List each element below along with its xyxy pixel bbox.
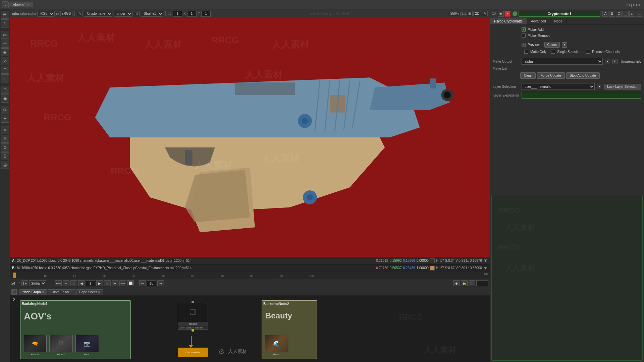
read-extra-node[interactable]: 📷 Read [75, 335, 99, 356]
paint-btn[interactable]: ✎ [482, 11, 488, 16]
colors-dropdown[interactable]: ▼ [562, 42, 567, 48]
play-range-end[interactable]: 100 [476, 280, 488, 286]
matte-output-btn2[interactable]: ▼ [612, 59, 618, 64]
keyer-expr-input[interactable] [522, 92, 641, 99]
props-icon-circle[interactable]: ◉ [498, 11, 504, 17]
transform-tool[interactable]: ⊞ [1, 86, 9, 94]
cursor-tool[interactable]: ↖ [1, 19, 9, 27]
clear-button[interactable]: Clear [520, 72, 536, 79]
tc-play-fwd[interactable]: ▶ [96, 280, 103, 286]
status-b-swatch [430, 266, 435, 270]
tab-node-graph-close[interactable]: × [42, 290, 44, 294]
brush-tool[interactable]: ⊘ [1, 143, 9, 152]
paint-tool[interactable]: ✏ [1, 40, 9, 48]
tc-step-fwd[interactable]: ▷ [104, 280, 111, 286]
read6-node[interactable]: 🔫 Read6 [23, 335, 47, 356]
node-b-select[interactable]: Shuffle1 [141, 11, 163, 17]
stop-auto-update-button[interactable]: Stop Auto Update [566, 72, 600, 79]
tab-curve-editor[interactable]: Curve Editor × [48, 289, 75, 295]
lock-layer-button[interactable]: Lock Layer Selection [604, 84, 641, 89]
shapes-tool[interactable]: ▭ [1, 31, 9, 39]
read8-filename: fxphd_class16_Rendermancryptomatte.exr [178, 326, 208, 329]
tab-dope-sheet-close[interactable]: × [98, 290, 100, 294]
props-icon-x[interactable]: × [636, 11, 642, 17]
viewer-area[interactable]: RRCG 人人素材 人人素材 RRCG 人人素材 人人素材 人人素材 RRCG … [10, 18, 490, 257]
tab-node[interactable]: Node [550, 18, 567, 24]
misc-tool[interactable]: ◎ [1, 161, 9, 169]
viewer1-tab-close[interactable]: × [28, 3, 30, 7]
colors-button[interactable]: Colors [544, 42, 560, 48]
roto-tool[interactable]: ⊘ [1, 57, 9, 65]
add-tool[interactable]: ✦ [1, 115, 9, 123]
wm-props1: RRCG [498, 206, 520, 215]
status-a-expand[interactable]: ▼ [483, 258, 488, 263]
remove-ch-checkbox[interactable] [586, 50, 590, 54]
node-tool[interactable]: ◉ [1, 95, 9, 103]
tab-curve-editor-close[interactable]: × [70, 290, 72, 294]
tc-step-back[interactable]: ◁ [70, 280, 77, 286]
frame-step-input[interactable] [147, 280, 156, 286]
picker-add-label: Picker Add [528, 28, 544, 32]
tc-rewind[interactable]: ⇤ [139, 280, 146, 286]
checker-tool[interactable]: S [1, 152, 9, 160]
y-input[interactable] [201, 11, 211, 17]
tc-play-back[interactable]: ◀ [78, 280, 85, 286]
cryptomatte-node[interactable]: Cryptomatte [178, 348, 208, 357]
props-icon-close[interactable]: × [504, 11, 511, 17]
tc-prev-key[interactable]: ⊣ [63, 280, 69, 286]
node-graph-area[interactable]: 2 BackdropNode1 AOV's 🔫 Read6 [10, 296, 490, 362]
matte-output-select[interactable]: alpha [522, 58, 603, 65]
status-b-expand[interactable]: ▼ [483, 265, 488, 270]
props-icon-c[interactable]: C [616, 11, 622, 17]
viewer1-tab[interactable]: Viewer1 × [9, 2, 33, 7]
settings-tool[interactable]: ⚙ [1, 106, 9, 114]
props-watermarks: RRCG 人人素材 RRCG 人人素材 [492, 196, 642, 360]
blend-mode-select[interactable]: under [114, 11, 132, 17]
colorspace-select[interactable]: RGB [37, 11, 55, 17]
view-2d-btn[interactable]: 2D [473, 11, 481, 16]
read8-node[interactable]: 🎞 Read8 fxphd_class16_Rendermancryptomat… [178, 301, 208, 331]
tab-node-graph[interactable]: Node Graph × [19, 289, 47, 295]
beauty-read-node[interactable]: 🌊 Read [265, 335, 288, 356]
frame-number-input[interactable] [86, 280, 95, 286]
props-right-icons: A B C _ □ × [602, 11, 642, 17]
tc-cache[interactable]: ⬛ [469, 280, 475, 286]
view-controls-btn[interactable]: ⊞ [467, 11, 473, 16]
node-a-select[interactable]: Cryptomatte [84, 11, 112, 17]
matte-only-checkbox[interactable] [524, 50, 528, 54]
tab-dope-sheet[interactable]: Dope Sheet × [76, 289, 103, 295]
global-select[interactable]: Global [29, 280, 46, 286]
picker-add-checkbox[interactable] [522, 27, 526, 32]
tc-record[interactable]: ⏺ [453, 280, 460, 286]
layer-sel-dropdown-btn[interactable]: ▼ [597, 84, 602, 89]
tf-btn[interactable]: TF [21, 280, 28, 286]
props-icon-a[interactable]: A [602, 11, 608, 17]
menu-icon-btn[interactable]: ☰ [1, 11, 9, 19]
matte-output-btn1[interactable]: ▲ [605, 59, 610, 64]
tc-forward-steps[interactable]: ⇥ [157, 280, 164, 286]
magic-tool[interactable]: ✳ [1, 126, 9, 134]
props-icon-minimize[interactable]: _ [623, 11, 629, 17]
force-update-button[interactable]: Force Update [537, 72, 565, 79]
preview-checkbox[interactable] [522, 43, 526, 47]
tc-stop[interactable]: ⬜ [127, 280, 134, 286]
tab-psyop-cryptomatte[interactable]: Psyop Cryptomatte [490, 18, 527, 24]
tc-lock[interactable]: 🔒 [461, 280, 468, 286]
unpremultiply-label: Unpremultiply [621, 60, 641, 63]
text-tool[interactable]: T [1, 74, 9, 82]
tc-home[interactable]: ⟸ [55, 280, 62, 286]
picker-remove-checkbox[interactable] [522, 34, 526, 38]
props-icon-b[interactable]: B [609, 11, 615, 17]
layer-sel-select[interactable]: user___materialid [522, 83, 595, 90]
props-icon-fullscreen[interactable]: □ [629, 11, 635, 17]
clone-tool[interactable]: ⊡ [1, 66, 9, 74]
mask-tool[interactable]: ◈ [1, 48, 9, 56]
single-sel-checkbox[interactable] [551, 50, 555, 54]
tc-end[interactable]: ⟹ [119, 280, 126, 286]
x-input[interactable] [187, 11, 197, 17]
frame-input[interactable] [173, 11, 182, 17]
tab-advanced[interactable]: Advanced [527, 18, 550, 24]
tc-next-key[interactable]: ⊢ [112, 280, 118, 286]
read7-node[interactable]: 🖼 Read7 [49, 335, 73, 356]
wand-tool[interactable]: ⊛ [1, 135, 9, 143]
